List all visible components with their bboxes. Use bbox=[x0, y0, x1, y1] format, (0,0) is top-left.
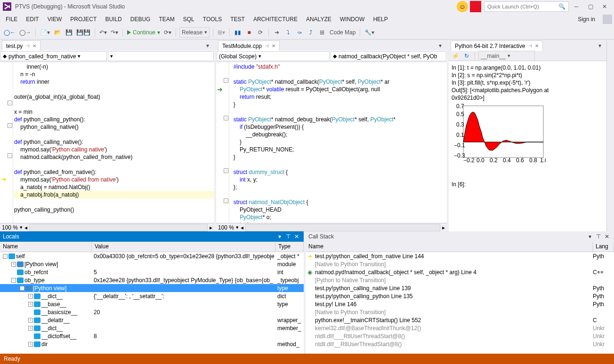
code-editor-1[interactable]: - - - ➜ inner(-n) n = -n return inner ou… bbox=[0, 62, 214, 223]
menu-tools[interactable]: TOOLS bbox=[199, 14, 226, 24]
code-editor-2[interactable]: - ➜ - - - #include "stdafx.h" static PyO… bbox=[216, 62, 447, 223]
h-scrollbar[interactable] bbox=[245, 224, 440, 231]
menu-test[interactable]: TEST bbox=[226, 14, 249, 24]
repl-prompt[interactable]: In [6]: bbox=[452, 181, 604, 188]
menu-help[interactable]: HELP bbox=[369, 14, 391, 24]
callstack-row[interactable]: ntdll.dll!___RtlUserThreadStart@8()Unkr bbox=[306, 332, 614, 340]
locals-row[interactable]: +[Python view]module bbox=[0, 260, 304, 268]
pin-icon[interactable]: ⊤ bbox=[594, 233, 603, 240]
close-tab-icon[interactable]: ✕ bbox=[272, 43, 275, 48]
pause-button[interactable]: ▮▮ bbox=[233, 27, 242, 38]
menu-sql[interactable]: SQL bbox=[179, 14, 198, 24]
zoom-level[interactable]: 100 % bbox=[2, 224, 18, 231]
menu-window[interactable]: WINDOW bbox=[336, 14, 369, 24]
close-tab-icon[interactable]: ✕ bbox=[535, 43, 539, 48]
undo-button[interactable]: ↶▾ bbox=[98, 27, 108, 38]
sign-in-link[interactable]: Sign in bbox=[574, 14, 599, 24]
module-select[interactable]: __main__ ▾ bbox=[478, 51, 535, 61]
scroll-right-icon[interactable]: ▸ bbox=[210, 224, 212, 231]
pin-icon[interactable]: ⊤ bbox=[284, 233, 292, 240]
nav-back-button[interactable]: ◯← bbox=[3, 27, 16, 38]
scroll-left-icon[interactable]: ◂ bbox=[241, 224, 243, 231]
callstack-row[interactable]: [Python to Native Transition] bbox=[306, 276, 614, 284]
callstack-row[interactable]: ➜test.py!python_called_from_native Line … bbox=[306, 252, 614, 260]
zoom-level[interactable]: 100 % bbox=[218, 224, 234, 231]
locals-row[interactable]: +dirmethod_ bbox=[0, 340, 304, 348]
process-button[interactable]: ⊞▾ bbox=[217, 27, 226, 38]
locals-row[interactable]: −[Python view]type bbox=[0, 284, 304, 292]
tab-testmodule-cpp[interactable]: TestModule.cpp ⊣ ✕ bbox=[218, 40, 280, 51]
locals-row[interactable]: +__base__type bbox=[0, 300, 304, 308]
continue-button[interactable]: Continue ▾ bbox=[126, 27, 161, 38]
maximize-button[interactable]: ▢ bbox=[584, 1, 597, 12]
col-type[interactable]: Type bbox=[275, 242, 304, 252]
quick-launch-field[interactable] bbox=[487, 4, 558, 9]
menu-team[interactable]: TEAM bbox=[155, 14, 178, 24]
tab-test-py[interactable]: test.py ⊣ ✕ bbox=[2, 40, 40, 51]
interactive-output[interactable]: In [1]: t = np.arange(0.0, 1.01, 0.01) I… bbox=[449, 61, 606, 231]
step-into-button[interactable]: ⤵ bbox=[283, 27, 293, 38]
callstack-row[interactable]: kernel32.dll!@BaseThreadInitThunk@12()Un… bbox=[306, 324, 614, 332]
menu-debug[interactable]: DEBUG bbox=[127, 14, 154, 24]
callstack-row[interactable]: ◉natmod.pyd!natmod_callback(_object * se… bbox=[306, 268, 614, 276]
callstack-header[interactable]: Call Stack ▾ ⊤ ✕ bbox=[306, 231, 614, 242]
user-avatar-icon[interactable] bbox=[603, 15, 612, 24]
locals-grid[interactable]: Name Value Type −self0x00a43030 {ob_refc… bbox=[0, 242, 304, 354]
member-selector[interactable]: ▾ bbox=[108, 51, 214, 61]
menu-edit[interactable]: EDIT bbox=[22, 14, 42, 24]
callstack-row[interactable]: [Native to Python Transition] bbox=[306, 260, 614, 268]
redo-button[interactable]: ↷▾ bbox=[110, 27, 119, 38]
feedback-smile-icon[interactable]: ☺ bbox=[457, 1, 468, 12]
col-lang[interactable]: Lang bbox=[593, 242, 614, 252]
close-panel-icon[interactable]: ✕ bbox=[603, 233, 611, 240]
locals-row[interactable]: −self0x00a43030 {ob_refcnt=5 ob_type=0x1… bbox=[0, 252, 304, 260]
tab-overflow-icon[interactable]: ▾ bbox=[595, 40, 605, 51]
stop-button[interactable]: ■ bbox=[244, 27, 254, 38]
step-over-button[interactable]: ⤼ bbox=[295, 27, 304, 38]
save-button[interactable]: 💾 bbox=[64, 27, 73, 38]
restart-button[interactable]: ⟳▾ bbox=[163, 27, 172, 38]
codemap-button[interactable]: Code Map bbox=[329, 27, 356, 38]
save-all-button[interactable]: 💾💾 bbox=[75, 27, 91, 38]
close-tab-icon[interactable]: ✕ bbox=[32, 43, 36, 48]
configuration-select[interactable]: Release ▾ bbox=[179, 27, 210, 38]
locals-row[interactable]: +__dict__{'__delattr__': , '__setattr__'… bbox=[0, 292, 304, 300]
menu-architecture[interactable]: ARCHITECTURE bbox=[250, 14, 301, 24]
menu-project[interactable]: PROJECT bbox=[66, 14, 100, 24]
locals-row[interactable]: +__dict__member_ bbox=[0, 324, 304, 332]
pin-icon[interactable]: ⊣ bbox=[528, 43, 532, 48]
nav-forward-button[interactable]: ◯→ bbox=[18, 27, 32, 38]
tab-interactive[interactable]: Python 64-bit 2.7 Interactive ⊣ ✕ bbox=[451, 40, 543, 51]
pin-icon[interactable]: ⊣ bbox=[25, 43, 30, 48]
col-name[interactable]: Name bbox=[306, 242, 593, 252]
scroll-right-icon[interactable]: ▸ bbox=[442, 224, 445, 231]
tools-button[interactable]: 🔧▾ bbox=[364, 27, 375, 38]
locals-row[interactable]: −ob_type0x1e23ee28 {python33.dll!_typeob… bbox=[0, 276, 304, 284]
callstack-row[interactable]: test.py!python_calling_python Line 135Py… bbox=[306, 292, 614, 300]
menu-build[interactable]: BUILD bbox=[101, 14, 125, 24]
menu-view[interactable]: VIEW bbox=[44, 14, 66, 24]
col-value[interactable]: Value bbox=[92, 242, 275, 252]
callstack-row[interactable]: [Native to Python Transition] bbox=[306, 308, 614, 316]
callstack-grid[interactable]: Name Lang ➜test.py!python_called_from_na… bbox=[306, 242, 614, 354]
locals-row[interactable]: __dictoffset__8 bbox=[0, 332, 304, 340]
callstack-row[interactable]: test.py! Line 146Pyth bbox=[306, 300, 614, 308]
close-panel-icon[interactable]: ✕ bbox=[292, 233, 301, 240]
open-file-button[interactable]: 📂 bbox=[53, 27, 62, 38]
new-project-button[interactable]: 📄▾ bbox=[39, 27, 51, 38]
refresh-button[interactable]: ⟳ bbox=[256, 27, 265, 38]
tab-overflow-icon[interactable]: ▾ bbox=[203, 40, 212, 51]
interrupt-icon[interactable]: ⚡ bbox=[451, 51, 460, 61]
h-scrollbar[interactable] bbox=[29, 224, 208, 231]
minimize-button[interactable]: ─ bbox=[570, 1, 583, 12]
pin-icon[interactable]: ⊣ bbox=[265, 43, 269, 48]
right-tool-strip[interactable] bbox=[606, 40, 614, 231]
window-position-icon[interactable]: ▾ bbox=[586, 233, 594, 240]
menu-analyze[interactable]: ANALYZE bbox=[302, 14, 335, 24]
quick-launch-input[interactable]: 🔍 bbox=[484, 1, 569, 12]
scroll-left-icon[interactable]: ◂ bbox=[24, 224, 27, 231]
notifications-flag-icon[interactable] bbox=[470, 1, 481, 12]
close-button[interactable]: ✕ bbox=[598, 1, 611, 12]
col-name[interactable]: Name bbox=[0, 242, 92, 252]
tab-overflow-icon[interactable]: ▾ bbox=[436, 40, 445, 51]
